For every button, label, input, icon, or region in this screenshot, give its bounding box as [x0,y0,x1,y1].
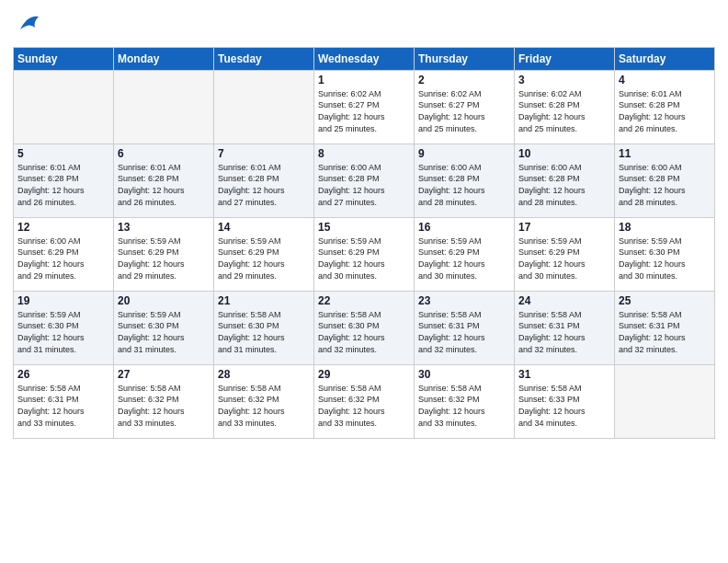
calendar-cell: 18Sunrise: 5:59 AMSunset: 6:30 PMDayligh… [615,217,715,291]
logo-text [13,9,40,40]
day-number: 31 [518,368,610,381]
calendar-cell: 27Sunrise: 5:58 AMSunset: 6:32 PMDayligh… [114,364,214,438]
day-info: Sunrise: 5:58 AMSunset: 6:30 PMDaylight:… [218,309,310,355]
logo-bird-icon [15,9,40,35]
day-info: Sunrise: 6:02 AMSunset: 6:27 PMDaylight:… [418,88,510,134]
day-number: 3 [518,74,610,86]
day-info: Sunrise: 6:00 AMSunset: 6:28 PMDaylight:… [619,162,711,208]
day-info: Sunrise: 6:01 AMSunset: 6:28 PMDaylight:… [218,162,310,208]
calendar-cell: 3Sunrise: 6:02 AMSunset: 6:28 PMDaylight… [515,70,615,144]
calendar-cell: 21Sunrise: 5:58 AMSunset: 6:30 PMDayligh… [214,291,314,364]
day-info: Sunrise: 5:59 AMSunset: 6:30 PMDaylight:… [619,236,711,282]
calendar-cell: 13Sunrise: 5:59 AMSunset: 6:29 PMDayligh… [114,217,214,291]
day-info: Sunrise: 5:59 AMSunset: 6:29 PMDaylight:… [318,236,410,282]
calendar-cell: 12Sunrise: 6:00 AMSunset: 6:29 PMDayligh… [14,217,114,291]
day-number: 2 [418,74,510,86]
day-number: 13 [118,221,210,234]
calendar-week-4: 19Sunrise: 5:59 AMSunset: 6:30 PMDayligh… [14,291,715,364]
calendar-cell: 8Sunrise: 6:00 AMSunset: 6:28 PMDaylight… [314,144,415,217]
day-number: 12 [17,221,109,234]
calendar-cell: 6Sunrise: 6:01 AMSunset: 6:28 PMDaylight… [114,144,214,217]
day-info: Sunrise: 5:58 AMSunset: 6:30 PMDaylight:… [318,309,410,355]
calendar-week-1: 1Sunrise: 6:02 AMSunset: 6:27 PMDaylight… [14,70,715,144]
day-number: 4 [619,74,711,86]
calendar-week-5: 26Sunrise: 5:58 AMSunset: 6:31 PMDayligh… [14,364,715,438]
weekday-header-saturday: Saturday [615,47,715,70]
weekday-header-sunday: Sunday [14,47,114,70]
weekday-header-thursday: Thursday [415,47,515,70]
day-info: Sunrise: 5:58 AMSunset: 6:32 PMDaylight:… [418,383,510,429]
calendar-cell: 4Sunrise: 6:01 AMSunset: 6:28 PMDaylight… [615,70,715,144]
day-info: Sunrise: 5:58 AMSunset: 6:31 PMDaylight:… [518,309,610,355]
weekday-header-monday: Monday [114,47,214,70]
weekday-header-row: SundayMondayTuesdayWednesdayThursdayFrid… [14,47,715,70]
day-info: Sunrise: 6:02 AMSunset: 6:28 PMDaylight:… [518,88,610,134]
day-info: Sunrise: 6:01 AMSunset: 6:28 PMDaylight:… [118,162,210,208]
day-number: 23 [418,294,510,307]
day-number: 10 [518,147,610,160]
calendar-cell: 26Sunrise: 5:58 AMSunset: 6:31 PMDayligh… [14,364,114,438]
header [13,9,715,40]
logo [13,9,40,40]
day-number: 27 [118,368,210,381]
day-info: Sunrise: 5:58 AMSunset: 6:31 PMDaylight:… [619,309,711,355]
day-info: Sunrise: 5:59 AMSunset: 6:29 PMDaylight:… [518,236,610,282]
calendar-cell [214,70,314,144]
day-info: Sunrise: 5:58 AMSunset: 6:32 PMDaylight:… [118,383,210,429]
day-info: Sunrise: 6:02 AMSunset: 6:27 PMDaylight:… [318,88,410,134]
day-info: Sunrise: 5:59 AMSunset: 6:30 PMDaylight:… [17,309,109,355]
day-number: 16 [418,221,510,234]
day-number: 5 [17,147,109,160]
weekday-header-wednesday: Wednesday [314,47,415,70]
day-info: Sunrise: 6:01 AMSunset: 6:28 PMDaylight:… [619,88,711,134]
day-info: Sunrise: 6:00 AMSunset: 6:28 PMDaylight:… [418,162,510,208]
calendar-cell: 22Sunrise: 5:58 AMSunset: 6:30 PMDayligh… [314,291,415,364]
calendar-cell: 23Sunrise: 5:58 AMSunset: 6:31 PMDayligh… [415,291,515,364]
day-number: 30 [418,368,510,381]
calendar-cell: 29Sunrise: 5:58 AMSunset: 6:32 PMDayligh… [314,364,415,438]
calendar-cell: 2Sunrise: 6:02 AMSunset: 6:27 PMDaylight… [415,70,515,144]
calendar-cell: 16Sunrise: 5:59 AMSunset: 6:29 PMDayligh… [415,217,515,291]
day-info: Sunrise: 5:58 AMSunset: 6:32 PMDaylight:… [218,383,310,429]
calendar-cell: 15Sunrise: 5:59 AMSunset: 6:29 PMDayligh… [314,217,415,291]
calendar-cell: 9Sunrise: 6:00 AMSunset: 6:28 PMDaylight… [415,144,515,217]
day-number: 25 [619,294,711,307]
calendar-cell: 28Sunrise: 5:58 AMSunset: 6:32 PMDayligh… [214,364,314,438]
day-number: 19 [17,294,109,307]
day-number: 8 [318,147,410,160]
day-info: Sunrise: 5:59 AMSunset: 6:29 PMDaylight:… [218,236,310,282]
calendar-cell [114,70,214,144]
calendar-cell: 31Sunrise: 5:58 AMSunset: 6:33 PMDayligh… [515,364,615,438]
calendar-table: SundayMondayTuesdayWednesdayThursdayFrid… [13,47,715,439]
calendar-cell: 7Sunrise: 6:01 AMSunset: 6:28 PMDaylight… [214,144,314,217]
calendar-week-2: 5Sunrise: 6:01 AMSunset: 6:28 PMDaylight… [14,144,715,217]
day-number: 28 [218,368,310,381]
day-number: 21 [218,294,310,307]
calendar-cell [615,364,715,438]
day-info: Sunrise: 5:58 AMSunset: 6:31 PMDaylight:… [17,383,109,429]
day-info: Sunrise: 5:59 AMSunset: 6:29 PMDaylight:… [418,236,510,282]
calendar-cell: 24Sunrise: 5:58 AMSunset: 6:31 PMDayligh… [515,291,615,364]
day-number: 1 [318,74,410,86]
day-info: Sunrise: 6:00 AMSunset: 6:28 PMDaylight:… [318,162,410,208]
calendar-week-3: 12Sunrise: 6:00 AMSunset: 6:29 PMDayligh… [14,217,715,291]
calendar-cell: 17Sunrise: 5:59 AMSunset: 6:29 PMDayligh… [515,217,615,291]
day-number: 15 [318,221,410,234]
day-info: Sunrise: 6:00 AMSunset: 6:28 PMDaylight:… [518,162,610,208]
calendar-cell: 5Sunrise: 6:01 AMSunset: 6:28 PMDaylight… [14,144,114,217]
calendar-cell: 1Sunrise: 6:02 AMSunset: 6:27 PMDaylight… [314,70,415,144]
calendar-cell: 25Sunrise: 5:58 AMSunset: 6:31 PMDayligh… [615,291,715,364]
day-number: 17 [518,221,610,234]
calendar-cell: 11Sunrise: 6:00 AMSunset: 6:28 PMDayligh… [615,144,715,217]
day-number: 24 [518,294,610,307]
calendar-cell: 14Sunrise: 5:59 AMSunset: 6:29 PMDayligh… [214,217,314,291]
day-number: 18 [619,221,711,234]
weekday-header-tuesday: Tuesday [214,47,314,70]
calendar-cell [14,70,114,144]
calendar-cell: 20Sunrise: 5:59 AMSunset: 6:30 PMDayligh… [114,291,214,364]
day-number: 6 [118,147,210,160]
day-number: 20 [118,294,210,307]
day-info: Sunrise: 6:00 AMSunset: 6:29 PMDaylight:… [17,236,109,282]
day-number: 11 [619,147,711,160]
day-number: 7 [218,147,310,160]
